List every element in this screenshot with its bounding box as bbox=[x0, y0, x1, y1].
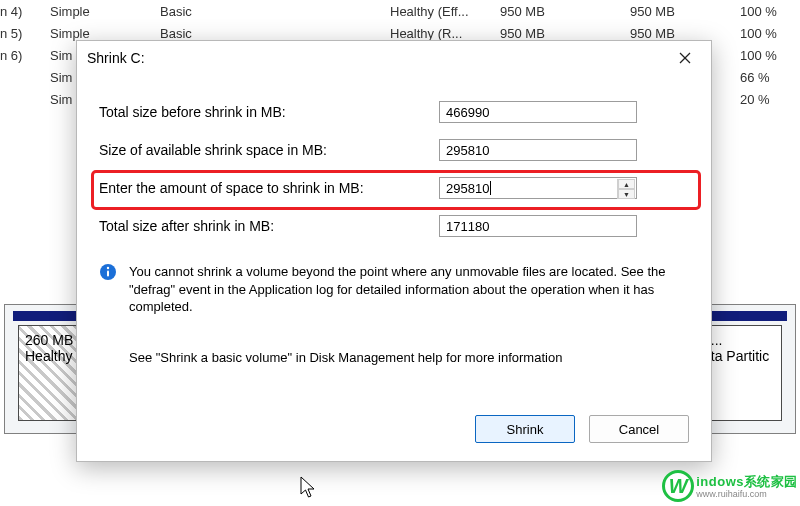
label-total-after: Total size after shrink in MB: bbox=[99, 218, 439, 234]
volume-status: Healthy bbox=[25, 348, 81, 364]
button-row: Shrink Cancel bbox=[77, 403, 711, 461]
col-layout: Simple bbox=[50, 26, 160, 41]
col-partition: n 4) bbox=[0, 4, 50, 19]
info-section: You cannot shrink a volume beyond the po… bbox=[99, 263, 689, 316]
col-pctfree: 100 % bbox=[740, 4, 800, 19]
col-status: Healthy (Eff... bbox=[390, 4, 500, 19]
row-total-before: Total size before shrink in MB: 466990 bbox=[99, 93, 689, 131]
value-text: 171180 bbox=[446, 219, 489, 234]
watermark-letter: W bbox=[669, 475, 688, 498]
col-free: 950 MB bbox=[630, 26, 740, 41]
col-partition: n 6) bbox=[0, 48, 50, 63]
amount-input[interactable]: 295810 ▲ ▼ bbox=[439, 177, 637, 199]
info-icon bbox=[99, 263, 121, 316]
col-pctfree: 66 % bbox=[740, 70, 800, 85]
volume-size: 260 MB bbox=[25, 332, 81, 348]
value-available: 295810 bbox=[439, 139, 637, 161]
svg-rect-4 bbox=[107, 271, 109, 277]
mouse-cursor-icon bbox=[300, 476, 318, 500]
col-free: 950 MB bbox=[630, 4, 740, 19]
col-type: Basic bbox=[160, 4, 280, 19]
col-pctfree: 20 % bbox=[740, 92, 800, 107]
col-capacity: 950 MB bbox=[500, 4, 630, 19]
table-row[interactable]: n 4) Simple Basic Healthy (Eff... 950 MB… bbox=[0, 0, 800, 22]
row-available: Size of available shrink space in MB: 29… bbox=[99, 131, 689, 169]
spin-down-button[interactable]: ▼ bbox=[618, 189, 635, 199]
shrink-dialog: Shrink C: Total size before shrink in MB… bbox=[76, 40, 712, 462]
spinner-buttons: ▲ ▼ bbox=[617, 179, 635, 199]
value-total-before: 466990 bbox=[439, 101, 637, 123]
value-total-after: 171180 bbox=[439, 215, 637, 237]
col-capacity: 950 MB bbox=[500, 26, 630, 41]
row-amount: Enter the amount of space to shrink in M… bbox=[99, 169, 689, 207]
watermark-badge: W bbox=[662, 470, 694, 502]
watermark: W indows系统家园 www.ruihaifu.com bbox=[662, 470, 798, 502]
dialog-title: Shrink C: bbox=[87, 50, 663, 66]
shrink-button[interactable]: Shrink bbox=[475, 415, 575, 443]
see-also-text: See "Shrink a basic volume" in Disk Mana… bbox=[129, 350, 689, 365]
value-text: 295810 bbox=[446, 143, 489, 158]
label-available: Size of available shrink space in MB: bbox=[99, 142, 439, 158]
button-label: Shrink bbox=[507, 422, 544, 437]
label-total-before: Total size before shrink in MB: bbox=[99, 104, 439, 120]
volume-size: 2... bbox=[703, 332, 775, 348]
col-type: Basic bbox=[160, 26, 280, 41]
amount-value: 295810 bbox=[446, 181, 489, 196]
close-button[interactable] bbox=[663, 43, 707, 73]
titlebar[interactable]: Shrink C: bbox=[77, 41, 711, 75]
cancel-button[interactable]: Cancel bbox=[589, 415, 689, 443]
label-amount: Enter the amount of space to shrink in M… bbox=[99, 180, 439, 196]
col-partition: n 5) bbox=[0, 26, 50, 41]
row-total-after: Total size after shrink in MB: 171180 bbox=[99, 207, 689, 245]
col-status: Healthy (R... bbox=[390, 26, 500, 41]
button-label: Cancel bbox=[619, 422, 659, 437]
text-caret bbox=[490, 181, 491, 195]
close-icon bbox=[679, 52, 691, 64]
spin-up-button[interactable]: ▲ bbox=[618, 179, 635, 189]
volume-status: ata Partitic bbox=[703, 348, 775, 364]
svg-point-3 bbox=[107, 267, 109, 269]
col-pctfree: 100 % bbox=[740, 26, 800, 41]
col-layout: Simple bbox=[50, 4, 160, 19]
info-text: You cannot shrink a volume beyond the po… bbox=[129, 263, 689, 316]
value-text: 466990 bbox=[446, 105, 489, 120]
col-pctfree: 100 % bbox=[740, 48, 800, 63]
